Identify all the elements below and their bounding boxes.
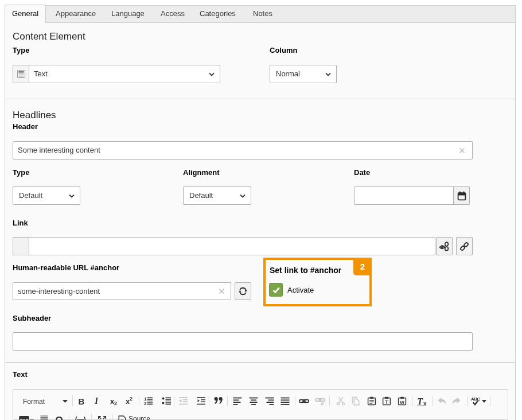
svg-text:ABC: ABC bbox=[471, 396, 481, 402]
svg-text:P: P bbox=[120, 418, 123, 420]
svg-text:W: W bbox=[400, 400, 404, 405]
svg-text:2: 2 bbox=[144, 401, 147, 406]
svg-text:T: T bbox=[385, 399, 388, 405]
